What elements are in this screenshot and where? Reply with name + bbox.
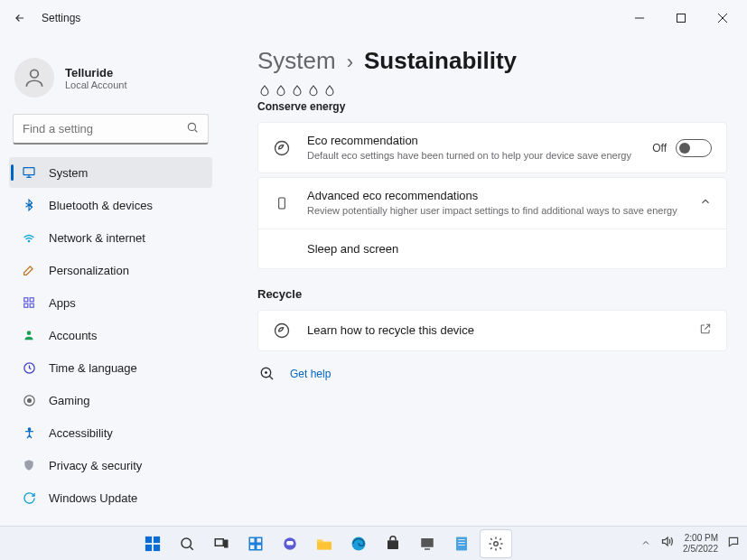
nav-label: Privacy & security [49, 459, 142, 472]
svg-line-6 [195, 129, 198, 132]
settings-taskbar[interactable] [481, 530, 511, 557]
svg-rect-26 [145, 544, 151, 550]
sidebar-item-network[interactable]: Network & internet [9, 222, 212, 253]
nav-label: Windows Update [49, 491, 137, 505]
avatar [14, 58, 54, 98]
back-button[interactable] [13, 11, 27, 25]
wifi-icon [22, 230, 36, 245]
svg-point-5 [188, 123, 195, 130]
tray-clock[interactable]: 2:00 PM 2/5/2022 [683, 533, 718, 555]
svg-rect-13 [24, 303, 28, 307]
svg-point-28 [182, 538, 191, 548]
card-eco-recommendation: Eco recommendation Default eco settings … [257, 122, 727, 173]
svg-point-4 [31, 70, 39, 78]
card-subtitle: Review potentially higher user impact se… [307, 204, 683, 217]
section-recycle: Recycle [257, 287, 727, 301]
system-icon [22, 165, 36, 180]
svg-rect-40 [388, 540, 398, 549]
svg-point-19 [28, 427, 31, 430]
brush-icon [22, 263, 36, 277]
eco-toggle[interactable] [676, 139, 712, 157]
edge[interactable] [343, 530, 374, 557]
shield-icon [22, 458, 36, 472]
store[interactable] [378, 530, 408, 557]
maximize-button[interactable] [660, 4, 702, 33]
svg-rect-34 [249, 544, 255, 549]
clock-icon [22, 360, 36, 375]
card-advanced-eco[interactable]: Advanced eco recommendations Review pote… [257, 177, 727, 268]
nav-label: Apps [49, 296, 76, 310]
nav-label: Personalization [49, 264, 129, 277]
sidebar-item-bluetooth[interactable]: Bluetooth & devices [9, 190, 212, 220]
taskbar-search[interactable] [172, 530, 202, 557]
card-recycle[interactable]: Learn how to recycle this device [257, 310, 727, 351]
svg-rect-7 [23, 168, 34, 175]
sidebar-item-time[interactable]: Time & language [9, 352, 212, 383]
tray-chevron-icon[interactable] [640, 536, 651, 552]
taskbar-app-1[interactable] [412, 530, 443, 557]
eco-icon [273, 139, 291, 157]
person-icon [22, 328, 36, 342]
widgets[interactable] [240, 530, 271, 557]
card-title: Learn how to recycle this device [307, 323, 683, 337]
svg-rect-14 [30, 303, 33, 307]
svg-rect-12 [30, 298, 33, 302]
svg-rect-43 [456, 537, 467, 550]
svg-rect-25 [153, 536, 159, 542]
sidebar-item-accessibility[interactable]: Accessibility [9, 417, 212, 448]
sidebar-item-accounts[interactable]: Accounts [9, 320, 212, 350]
svg-point-47 [493, 541, 498, 546]
chat[interactable] [275, 530, 305, 557]
sidebar-item-system[interactable]: System [9, 157, 212, 188]
svg-line-29 [190, 546, 192, 549]
leaf-rating [257, 84, 727, 98]
nav-label: System [49, 166, 88, 180]
nav-label: Time & language [49, 361, 137, 375]
tray-time: 2:00 PM [683, 533, 718, 544]
toggle-state-label: Off [652, 142, 667, 154]
tray-sound-icon[interactable] [660, 535, 674, 552]
device-icon [273, 194, 291, 212]
sidebar-item-update[interactable]: Windows Update [9, 482, 212, 513]
sidebar-item-apps[interactable]: Apps [9, 287, 212, 318]
user-block[interactable]: Telluride Local Account [9, 52, 212, 110]
svg-rect-33 [256, 537, 261, 543]
chevron-up-icon [699, 195, 712, 211]
start-button[interactable] [137, 530, 168, 557]
titlebar: Settings [0, 0, 747, 36]
svg-rect-31 [224, 540, 227, 547]
user-sub: Local Account [65, 79, 127, 90]
sidebar-item-gaming[interactable]: Gaming [9, 385, 212, 415]
close-button[interactable] [702, 4, 743, 33]
sidebar-item-personalization[interactable]: Personalization [9, 255, 212, 285]
search-field[interactable] [23, 122, 176, 135]
page-title: Sustainability [364, 47, 517, 75]
svg-rect-30 [215, 538, 223, 546]
sidebar: Telluride Local Account System Bluetooth… [0, 36, 221, 526]
taskbar-app-2[interactable] [446, 530, 477, 557]
nav-label: Accounts [49, 329, 97, 342]
gaming-icon [22, 393, 36, 407]
svg-rect-42 [425, 548, 430, 550]
task-view[interactable] [206, 530, 237, 557]
svg-point-18 [27, 398, 31, 402]
breadcrumb-parent[interactable]: System [257, 47, 336, 75]
svg-rect-21 [279, 198, 285, 209]
svg-point-10 [28, 240, 29, 241]
search-input[interactable] [13, 114, 209, 145]
search-icon [186, 121, 199, 137]
sub-item-sleep-screen[interactable]: Sleep and screen [258, 229, 726, 268]
card-title: Advanced eco recommendations [307, 189, 683, 202]
chevron-right-icon: › [347, 51, 353, 74]
svg-rect-11 [24, 298, 28, 302]
sidebar-item-privacy[interactable]: Privacy & security [9, 450, 212, 481]
minimize-button[interactable] [619, 4, 660, 33]
file-explorer[interactable] [309, 530, 340, 557]
svg-rect-35 [256, 544, 261, 549]
recycle-icon [273, 322, 291, 340]
nav-label: Gaming [49, 394, 90, 407]
tray-notifications-icon[interactable] [727, 536, 740, 552]
help-link[interactable]: Get help [257, 366, 727, 382]
nav-label: Network & internet [49, 231, 145, 245]
svg-rect-41 [421, 538, 434, 547]
